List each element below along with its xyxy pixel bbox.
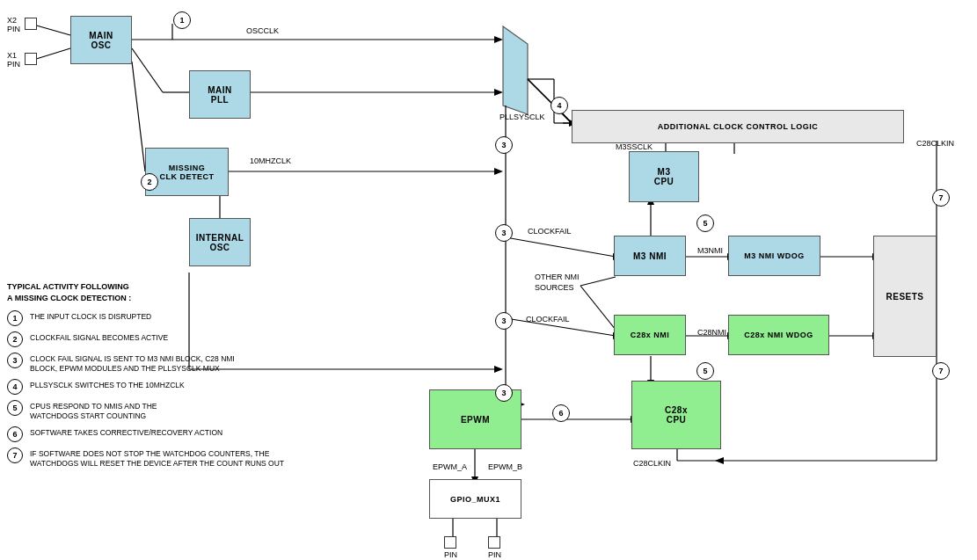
diagram-container: X2PIN X1PIN MAINOSC MAINPLL MISSINGCLK D… <box>0 0 977 560</box>
legend-circle-2: 2 <box>7 331 23 347</box>
10mhzclk-label: 10MHZCLK <box>250 156 291 165</box>
x2-pin-label: X2PIN <box>7 16 20 33</box>
circle-7b: 7 <box>932 362 950 380</box>
svg-marker-9 <box>494 89 503 96</box>
svg-line-1 <box>33 48 70 60</box>
svg-marker-10 <box>503 26 528 114</box>
oscclk-label: OSCCLK <box>246 26 279 35</box>
circle-3d: 3 <box>495 384 513 402</box>
legend-item-5: 5 CPUS RESPOND TO NMIS AND THEWATCHDOGS … <box>7 400 315 421</box>
svg-marker-26 <box>494 168 503 175</box>
legend-item-3: 3 CLOCK FAIL SIGNAL IS SENT TO M3 NMI BL… <box>7 353 315 374</box>
main-pll-box: MAINPLL <box>189 70 251 119</box>
svg-line-0 <box>33 25 70 35</box>
missing-clk-box: MISSINGCLK DETECT <box>145 148 229 196</box>
svg-marker-5 <box>494 36 503 43</box>
m3-cpu-box: M3CPU <box>629 151 699 202</box>
legend-circle-5: 5 <box>7 400 23 416</box>
c28clkin-bot-label: C28CLKIN <box>633 459 671 468</box>
c28x-cpu-box: C28xCPU <box>631 381 721 449</box>
epwm-a-label: EPWM_A <box>433 462 467 471</box>
circle-4: 4 <box>550 97 568 114</box>
m3-nmi-wdog-box: M3 NMI WDOG <box>728 236 820 276</box>
x1-pin-box <box>25 53 37 65</box>
legend-title: TYPICAL ACTIVITY FOLLOWINGA MISSING CLOC… <box>7 281 315 303</box>
svg-line-24 <box>132 62 145 171</box>
legend-text-6: SOFTWARE TAKES CORRECTIVE/RECOVERY ACTIO… <box>30 428 222 438</box>
legend-item-2: 2 CLOCKFAIL SIGNAL BECOMES ACTIVE <box>7 331 315 347</box>
x2-pin-box <box>25 18 37 30</box>
svg-line-51 <box>580 277 616 286</box>
legend-item-7: 7 IF SOFTWARE DOES NOT STOP THE WATCHDOG… <box>7 447 315 469</box>
clockfail-top-label: CLOCKFAIL <box>528 227 572 236</box>
svg-line-52 <box>580 286 616 330</box>
svg-line-6 <box>132 48 163 92</box>
pllsysclk-label: PLLSYSCLK <box>499 113 545 121</box>
legend-circle-6: 6 <box>7 426 23 442</box>
legend-section: TYPICAL ACTIVITY FOLLOWINGA MISSING CLOC… <box>7 281 315 474</box>
svg-line-33 <box>506 237 616 257</box>
add-clock-logic-box: ADDITIONAL CLOCK CONTROL LOGIC <box>572 110 904 143</box>
other-nmi-label: OTHER NMISOURCES <box>535 273 580 293</box>
circle-3a: 3 <box>495 136 513 154</box>
circle-6: 6 <box>552 404 570 422</box>
legend-text-3: CLOCK FAIL SIGNAL IS SENT TO M3 NMI BLOC… <box>30 354 235 374</box>
legend-item-6: 6 SOFTWARE TAKES CORRECTIVE/RECOVERY ACT… <box>7 426 315 442</box>
svg-marker-31 <box>494 366 503 373</box>
m3ssclk-label: M3SSCLK <box>616 142 653 151</box>
circle-3b: 3 <box>495 224 513 242</box>
diagram-svg <box>0 0 977 560</box>
c28clkin-top-label: C28CLKIN <box>916 139 954 148</box>
legend-circle-3: 3 <box>7 353 23 368</box>
pin-a-label: PIN <box>444 550 457 559</box>
legend-text-7: IF SOFTWARE DOES NOT STOP THE WATCHDOG C… <box>30 449 284 469</box>
legend-circle-1: 1 <box>7 310 23 326</box>
circle-5a: 5 <box>696 215 714 232</box>
pin-b-label: PIN <box>488 550 501 559</box>
pin-box-a <box>444 536 456 549</box>
x1-pin-label: X1PIN <box>7 51 20 69</box>
c28x-nmi-wdog-box: C28x NMI WDOG <box>728 315 829 355</box>
circle-5b: 5 <box>696 362 714 380</box>
epwm-b-label: EPWM_B <box>488 462 522 471</box>
legend-circle-4: 4 <box>7 379 23 395</box>
m3nmi-label: M3NMI <box>697 246 723 255</box>
clockfail-bot-label: CLOCKFAIL <box>526 315 570 324</box>
legend-circle-7: 7 <box>7 447 23 463</box>
m3-nmi-box: M3 NMI <box>614 236 686 276</box>
circle-2: 2 <box>141 173 158 191</box>
pin-box-b <box>488 536 500 549</box>
main-osc-box: MAINOSC <box>70 16 132 64</box>
internal-osc-box: INTERNALOSC <box>189 218 251 266</box>
legend-item-4: 4 PLLSYSCLK SWITCHES TO THE 10MHZCLK <box>7 379 315 395</box>
circle-1: 1 <box>173 11 191 29</box>
circle-7a: 7 <box>932 189 950 207</box>
legend-text-1: THE INPUT CLOCK IS DISRUPTED <box>30 312 151 322</box>
legend-text-5: CPUS RESPOND TO NMIS AND THEWATCHDOGS ST… <box>30 402 157 421</box>
gpio-mux1-box: GPIO_MUX1 <box>429 479 521 519</box>
c28nmi-label: C28NMI <box>697 328 726 337</box>
c28x-nmi-box: C28x NMI <box>614 315 686 355</box>
circle-3c: 3 <box>495 312 513 330</box>
resets-box: RESETS <box>873 236 937 357</box>
legend-text-2: CLOCKFAIL SIGNAL BECOMES ACTIVE <box>30 333 168 343</box>
legend-item-1: 1 THE INPUT CLOCK IS DISRUPTED <box>7 310 315 326</box>
legend-text-4: PLLSYSCLK SWITCHES TO THE 10MHZCLK <box>30 381 185 390</box>
